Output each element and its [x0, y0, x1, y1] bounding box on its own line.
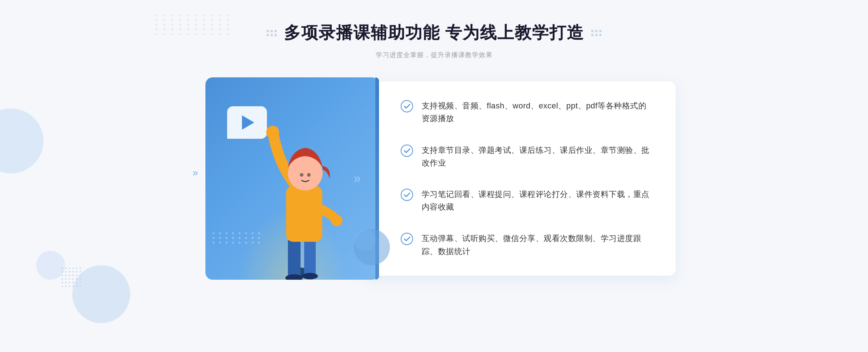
- title-row: 多项录播课辅助功能 专为线上教学打造: [0, 22, 868, 44]
- svg-point-9: [300, 173, 303, 177]
- main-title: 多项录播课辅助功能 专为线上教学打造: [284, 22, 584, 44]
- title-deco-left: [267, 30, 277, 36]
- svg-point-14: [401, 233, 413, 245]
- feature-text-2: 支持章节目录、弹题考试、课后练习、课后作业、章节测验、批改作业: [422, 144, 654, 169]
- feature-item-2: 支持章节目录、弹题考试、课后练习、课后作业、章节测验、批改作业: [401, 144, 654, 169]
- svg-point-11: [401, 100, 413, 112]
- svg-point-8: [288, 156, 323, 190]
- illustration-panel: »: [205, 77, 379, 280]
- feature-text-1: 支持视频、音频、flash、word、excel、ppt、pdf等各种格式的资源…: [422, 99, 654, 125]
- feature-text-4: 互动弹幕、试听购买、微信分享、观看次数限制、学习进度跟踪、数据统计: [422, 232, 654, 257]
- svg-rect-2: [304, 236, 316, 278]
- svg-point-12: [401, 145, 413, 156]
- svg-point-7: [331, 215, 342, 226]
- svg-point-4: [302, 273, 318, 279]
- content-area: »: [0, 77, 868, 280]
- svg-point-6: [266, 126, 279, 139]
- left-arrow-deco: »: [192, 167, 198, 179]
- svg-point-13: [401, 189, 413, 201]
- check-icon-1: [401, 100, 413, 112]
- content-panel: 支持视频、音频、flash、word、excel、ppt、pdf等各种格式的资源…: [365, 81, 676, 276]
- feature-item-4: 互动弹幕、试听购买、微信分享、观看次数限制、学习进度跟踪、数据统计: [401, 232, 654, 257]
- illus-circle-2: [354, 229, 375, 251]
- person-illustration: [252, 106, 353, 280]
- check-icon-4: [401, 233, 413, 245]
- svg-rect-1: [288, 236, 301, 280]
- title-deco-right: [591, 30, 601, 36]
- svg-point-10: [307, 173, 311, 177]
- sub-title: 学习进度全掌握，提升录播课教学效果: [0, 51, 868, 59]
- feature-item-3: 学习笔记回看、课程提问、课程评论打分、课件资料下载，重点内容收藏: [401, 188, 654, 213]
- feature-item-1: 支持视频、音频、flash、word、excel、ppt、pdf等各种格式的资源…: [401, 99, 654, 125]
- header-section: 多项录播课辅助功能 专为线上教学打造 学习进度全掌握，提升录播课教学效果: [0, 0, 868, 59]
- illus-chevron: »: [354, 171, 361, 186]
- feature-text-3: 学习笔记回看、课程提问、课程评论打分、课件资料下载，重点内容收藏: [422, 188, 654, 213]
- check-icon-3: [401, 189, 413, 201]
- check-icon-2: [401, 145, 413, 157]
